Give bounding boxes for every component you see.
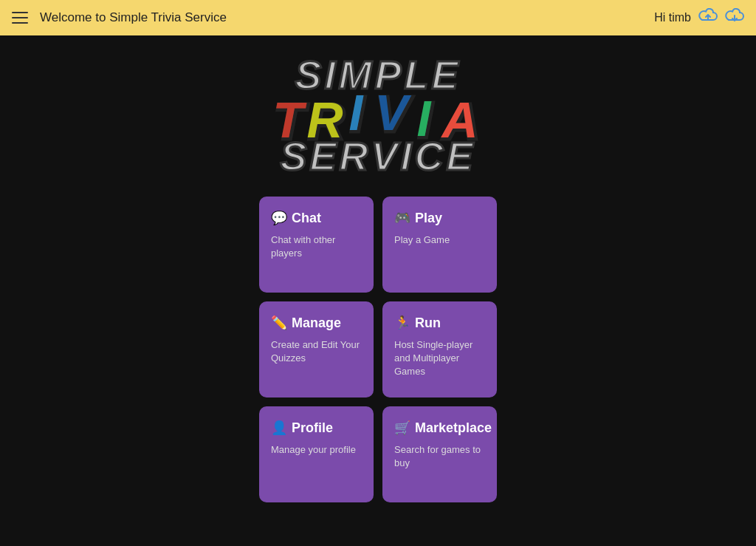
svg-text:V: V bbox=[374, 84, 412, 140]
play-card[interactable]: 🎮 Play Play a Game bbox=[382, 197, 497, 293]
svg-text:SERVICE: SERVICE bbox=[280, 134, 475, 176]
run-card-title: 🏃 Run bbox=[394, 315, 485, 331]
run-icon: 🏃 bbox=[394, 315, 410, 331]
chat-card-title: 💬 Chat bbox=[271, 210, 362, 226]
run-card[interactable]: 🏃 Run Host Single-player and Multiplayer… bbox=[382, 301, 497, 397]
cloud-upload-icon[interactable] bbox=[698, 8, 718, 27]
chat-card[interactable]: 💬 Chat Chat with other players bbox=[259, 197, 374, 293]
run-card-desc: Host Single-player and Multiplayer Games bbox=[394, 338, 485, 379]
cards-grid: 💬 Chat Chat with other players 🎮 Play Pl… bbox=[259, 197, 497, 502]
marketplace-card[interactable]: 🛒 Marketplace Search for games to buy bbox=[382, 406, 497, 502]
profile-card-title: 👤 Profile bbox=[271, 420, 362, 436]
marketplace-card-title: 🛒 Marketplace bbox=[394, 420, 485, 436]
chat-icon: 💬 bbox=[271, 210, 287, 226]
manage-card-desc: Create and Edit Your Quizzes bbox=[271, 338, 362, 365]
marketplace-icon: 🛒 bbox=[394, 420, 410, 436]
main-content: SIMPLE T T R R I I V V I I A A SERVICE bbox=[0, 35, 756, 546]
topbar-username: Hi timb bbox=[654, 11, 691, 24]
play-card-desc: Play a Game bbox=[394, 233, 485, 247]
manage-card-title: ✏️ Manage bbox=[271, 315, 362, 331]
app-logo: SIMPLE T T R R I I V V I I A A SERVICE bbox=[245, 50, 511, 179]
marketplace-card-desc: Search for games to buy bbox=[394, 443, 485, 470]
chat-card-desc: Chat with other players bbox=[271, 233, 362, 260]
profile-card-desc: Manage your profile bbox=[271, 443, 362, 457]
svg-text:I: I bbox=[349, 84, 365, 140]
cloud-download-icon[interactable] bbox=[725, 8, 744, 27]
manage-card[interactable]: ✏️ Manage Create and Edit Your Quizzes bbox=[259, 301, 374, 397]
hamburger-menu[interactable] bbox=[12, 12, 28, 24]
topbar-right: Hi timb bbox=[654, 8, 744, 27]
profile-icon: 👤 bbox=[271, 420, 287, 436]
topbar-title: Welcome to Simple Trivia Service bbox=[40, 10, 227, 25]
profile-card[interactable]: 👤 Profile Manage your profile bbox=[259, 406, 374, 502]
play-icon: 🎮 bbox=[394, 210, 410, 226]
play-card-title: 🎮 Play bbox=[394, 210, 485, 226]
topbar-left: Welcome to Simple Trivia Service bbox=[12, 10, 227, 25]
topbar: Welcome to Simple Trivia Service Hi timb bbox=[0, 0, 756, 35]
manage-icon: ✏️ bbox=[271, 315, 287, 331]
